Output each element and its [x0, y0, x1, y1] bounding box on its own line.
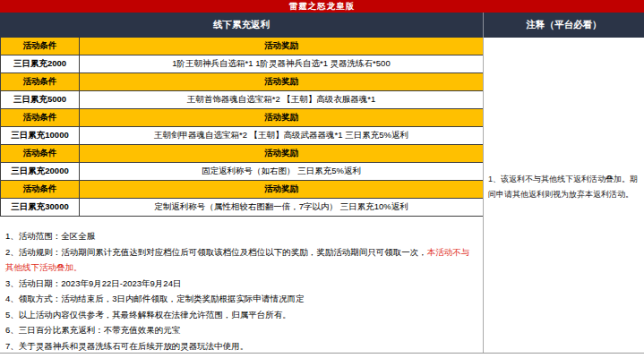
annotation-panel: 1、该返利不与其他线下返利活动叠加。期间申请其他返利则视为放弃本返利活动。: [484, 38, 644, 353]
table-header-row: 活动条件 活动奖励: [1, 73, 483, 91]
reward-cell: 王朝首饰器魂自选宝箱*2 【王朝】高级衣服器魂*1: [80, 91, 483, 108]
note-line: 2、活动规则：活动期间累计充值达到对应档位后可领取该档位及档位以下的奖励，奖励活…: [5, 244, 477, 276]
condition-header-cell: 活动条件: [1, 145, 80, 162]
table-row: 三日累充2000 1阶王朝神兵自选箱*1 1阶灵器神兵自选*1 灵器洗练石*50…: [1, 55, 483, 73]
note-text: 3、活动日期：2023年9月22日-2023年9月24日: [5, 278, 181, 288]
reward-header-cell: 活动奖励: [80, 73, 483, 90]
recharge-table: 活动条件 活动奖励 三日累充2000 1阶王朝神兵自选箱*1 1阶灵器神兵自选*…: [0, 38, 483, 217]
condition-header-cell: 活动条件: [1, 38, 80, 55]
note-text: 6、三日百分比累充返利：不带充值效果的元宝: [5, 325, 180, 335]
promo-sheet: 雷霆之怒龙皇版 线下累充返利 注释（平台必看） 活动条件 活动奖励 三日累充20…: [0, 0, 644, 358]
title-bar: 雷霆之怒龙皇版: [0, 0, 644, 13]
condition-cell: 三日累充2000: [1, 55, 80, 72]
note-text: 1、活动范围：全区全服: [5, 231, 95, 241]
table-row: 三日累充10000 王朝剑甲器魂自选宝箱*2 【王朝】高级武器器魂*1 三日累充…: [1, 127, 483, 145]
note-line: 7、关于灵器神兵和灵器洗练石可在后续开放的灵器玩法中使用。: [5, 338, 477, 354]
table-row: 三日累充30000 定制返利称号（属性相较右图翻一倍，7字以内） 三日累充10%…: [1, 199, 483, 217]
table-row: 三日累充5000 王朝首饰器魂自选宝箱*2 【王朝】高级衣服器魂*1: [1, 91, 483, 109]
platform-annotation: 1、该返利不与其他线下返利活动叠加。期间申请其他返利则视为放弃本返利活动。: [484, 172, 644, 202]
note-text: 5、以上活动内容仅供参考，其最终解释权在法律允许范围，归属平台所有。: [5, 310, 291, 320]
section-header-row: 线下累充返利 注释（平台必看）: [0, 13, 644, 38]
condition-cell: 三日累充5000: [1, 91, 80, 108]
table-header-row: 活动条件 活动奖励: [1, 38, 483, 55]
note-text: 7、关于灵器神兵和灵器洗练石可在后续开放的灵器玩法中使用。: [5, 341, 248, 351]
note-line: 4、领取方式：活动结束后，3日内邮件领取，定制类奖励根据实际申请情况而定: [5, 291, 477, 307]
table-header-row: 活动条件 活动奖励: [1, 145, 483, 163]
main-column: 活动条件 活动奖励 三日累充2000 1阶王朝神兵自选箱*1 1阶灵器神兵自选*…: [0, 38, 484, 353]
table-row: 三日累充20000 固定返利称号（如右图） 三日累充5%返利: [1, 163, 483, 181]
reward-header-cell: 活动奖励: [80, 109, 483, 126]
notes-list: 1、活动范围：全区全服 2、活动规则：活动期间累计充值达到对应档位后可领取该档位…: [0, 217, 483, 354]
section-header-rebate: 线下累充返利: [0, 13, 484, 38]
note-line: 6、三日百分比累充返利：不带充值效果的元宝: [5, 322, 477, 338]
condition-cell: 三日累充30000: [1, 199, 80, 216]
reward-cell: 固定返利称号（如右图） 三日累充5%返利: [80, 163, 483, 180]
reward-cell: 王朝剑甲器魂自选宝箱*2 【王朝】高级武器器魂*1 三日累充5%返利: [80, 127, 483, 144]
condition-cell: 三日累充20000: [1, 163, 80, 180]
condition-header-cell: 活动条件: [1, 181, 80, 198]
table-header-row: 活动条件 活动奖励: [1, 109, 483, 127]
reward-header-cell: 活动奖励: [80, 181, 483, 198]
content-area: 活动条件 活动奖励 三日累充2000 1阶王朝神兵自选箱*1 1阶灵器神兵自选*…: [0, 38, 644, 354]
condition-cell: 三日累充10000: [1, 127, 80, 144]
reward-cell: 定制返利称号（属性相较右图翻一倍，7字以内） 三日累充10%返利: [80, 199, 483, 216]
reward-header-cell: 活动奖励: [80, 38, 483, 55]
table-header-row: 活动条件 活动奖励: [1, 181, 483, 199]
page-title: 雷霆之怒龙皇版: [289, 1, 356, 13]
note-line: 1、活动范围：全区全服: [5, 228, 477, 244]
condition-header-cell: 活动条件: [1, 109, 80, 126]
reward-header-cell: 活动奖励: [80, 145, 483, 162]
note-line: 5、以上活动内容仅供参考，其最终解释权在法律允许范围，归属平台所有。: [5, 307, 477, 323]
reward-cell: 1阶王朝神兵自选箱*1 1阶灵器神兵自选*1 灵器洗练石*500: [80, 55, 483, 72]
section-header-annotation: 注释（平台必看）: [484, 13, 644, 38]
note-text: 2、活动规则：活动期间累计充值达到对应档位后可领取该档位及档位以下的奖励，奖励活…: [5, 247, 427, 257]
note-text: 4、领取方式：活动结束后，3日内邮件领取，定制类奖励根据实际申请情况而定: [5, 294, 305, 303]
note-line: 3、活动日期：2023年9月22日-2023年9月24日: [5, 276, 477, 292]
condition-header-cell: 活动条件: [1, 73, 80, 90]
